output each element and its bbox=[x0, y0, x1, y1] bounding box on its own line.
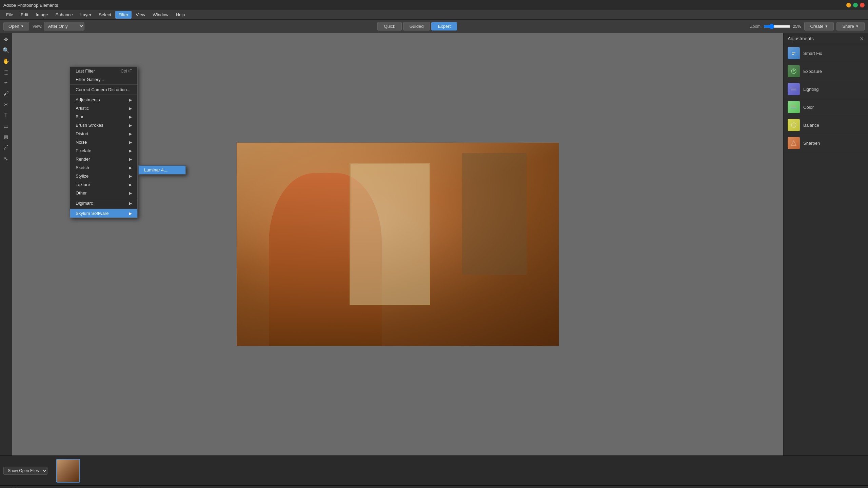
share-button[interactable]: Share ▼ bbox=[836, 22, 865, 30]
adjustment-sharpen[interactable]: Sharpen bbox=[784, 134, 868, 152]
zoom-tool[interactable]: 🔍 bbox=[1, 45, 11, 55]
menu-help[interactable]: Help bbox=[173, 11, 189, 19]
clone-tool[interactable]: ✂ bbox=[1, 100, 11, 109]
filter-noise[interactable]: Noise ▶ bbox=[70, 138, 137, 146]
color-label: Color bbox=[803, 105, 814, 110]
adjustments-title: Adjustments bbox=[788, 36, 814, 41]
filter-stylize-label: Stylize bbox=[76, 174, 88, 179]
view-select[interactable]: After Only Before Only Before & After bbox=[44, 22, 84, 30]
text-tool[interactable]: T bbox=[1, 110, 11, 120]
close-panel-button[interactable]: ✕ bbox=[860, 36, 864, 41]
last-filter-label: Last Filter bbox=[76, 68, 95, 74]
menu-file[interactable]: File bbox=[3, 11, 17, 19]
crop-tool[interactable]: ⊠ bbox=[1, 132, 11, 142]
filter-stylize[interactable]: Stylize ▶ bbox=[70, 172, 137, 180]
close-button[interactable] bbox=[860, 3, 865, 7]
pixelate-arrow-icon: ▶ bbox=[129, 148, 132, 153]
open-button[interactable]: Open ▼ bbox=[3, 22, 29, 30]
create-button[interactable]: Create ▼ bbox=[804, 22, 834, 30]
filter-skylum-software[interactable]: Skylum Software ▶ bbox=[70, 209, 137, 218]
filter-digimarc[interactable]: Digimarc ▶ bbox=[70, 199, 137, 207]
menu-view[interactable]: View bbox=[132, 11, 149, 19]
filter-texture-label: Texture bbox=[76, 182, 90, 187]
menu-layer[interactable]: Layer bbox=[77, 11, 95, 19]
adjustments-arrow-icon: ▶ bbox=[129, 98, 132, 102]
move-tool[interactable]: ✥ bbox=[1, 35, 11, 44]
filter-last-filter[interactable]: Last Filter Ctrl+F bbox=[70, 67, 137, 75]
filter-render-label: Render bbox=[76, 157, 90, 162]
filter-sketch-label: Sketch bbox=[76, 165, 89, 170]
menu-image[interactable]: Image bbox=[32, 11, 51, 19]
distort-arrow-icon: ▶ bbox=[129, 131, 132, 136]
filter-artistic[interactable]: Artistic ▶ bbox=[70, 104, 137, 113]
filter-texture[interactable]: Texture ▶ bbox=[70, 180, 137, 189]
adjustment-color[interactable]: Color bbox=[784, 98, 868, 116]
svg-rect-1 bbox=[792, 53, 795, 53]
other-arrow-icon: ▶ bbox=[129, 191, 132, 196]
share-chevron-icon: ▼ bbox=[855, 24, 859, 28]
canvas-image bbox=[237, 143, 559, 346]
eyedropper-tool[interactable]: 🖊 bbox=[1, 143, 11, 152]
minimize-button[interactable] bbox=[846, 3, 851, 7]
bottom-toolbar: 🖼 Photo Bin ⚙ Tool Options ↩ Undo ↪ Redo… bbox=[0, 485, 868, 488]
filter-blur-label: Blur bbox=[76, 114, 83, 119]
menu-window[interactable]: Window bbox=[149, 11, 172, 19]
filter-adjustments[interactable]: Adjustments ▶ bbox=[70, 96, 137, 104]
exposure-label: Exposure bbox=[803, 69, 822, 74]
selection-tool[interactable]: ⬚ bbox=[1, 67, 11, 77]
create-label: Create bbox=[810, 24, 823, 29]
maximize-button[interactable] bbox=[853, 3, 858, 7]
filter-distort[interactable]: Distort ▶ bbox=[70, 129, 137, 138]
filmstrip-dropdown[interactable]: Show Open Files bbox=[3, 467, 47, 475]
submenu-luminar4[interactable]: Luminar 4... bbox=[139, 166, 185, 174]
hand-tool[interactable]: ✋ bbox=[1, 56, 11, 66]
zoom-slider[interactable] bbox=[764, 24, 791, 29]
open-label: Open bbox=[8, 24, 19, 29]
mode-tabs: Quick Guided Expert bbox=[377, 22, 457, 30]
menu-select[interactable]: Select bbox=[95, 11, 114, 19]
menu-edit[interactable]: Edit bbox=[17, 11, 32, 19]
titlebar-title: Adobe Photoshop Elements bbox=[3, 3, 58, 8]
tab-quick[interactable]: Quick bbox=[377, 22, 401, 30]
svg-rect-2 bbox=[792, 54, 794, 55]
menubar: File Edit Image Enhance Layer Select Fil… bbox=[0, 10, 868, 20]
view-text-label: View: bbox=[33, 24, 42, 29]
filter-sketch[interactable]: Sketch ▶ bbox=[70, 163, 137, 172]
adjustment-smart-fix[interactable]: Smart Fix bbox=[784, 44, 868, 62]
share-label: Share bbox=[842, 24, 854, 29]
sharpen-label: Sharpen bbox=[803, 141, 820, 146]
svg-marker-12 bbox=[791, 141, 796, 145]
adjustment-exposure[interactable]: Exposure bbox=[784, 62, 868, 80]
tab-expert[interactable]: Expert bbox=[431, 22, 457, 30]
transform-tool[interactable]: ⤡ bbox=[1, 154, 11, 163]
sketch-arrow-icon: ▶ bbox=[129, 165, 132, 170]
zoom-area: Zoom: 25% bbox=[750, 24, 801, 29]
filter-correct-camera[interactable]: Correct Camera Distortion... bbox=[70, 84, 137, 94]
filter-blur[interactable]: Blur ▶ bbox=[70, 113, 137, 121]
shape-tool[interactable]: ▭ bbox=[1, 121, 11, 131]
filter-other[interactable]: Other ▶ bbox=[70, 189, 137, 197]
filmstrip-thumb-1[interactable] bbox=[56, 459, 80, 483]
balance-icon bbox=[788, 119, 800, 131]
tab-guided[interactable]: Guided bbox=[403, 22, 430, 30]
filter-artistic-label: Artistic bbox=[76, 106, 89, 111]
texture-arrow-icon: ▶ bbox=[129, 182, 132, 187]
menu-filter[interactable]: Filter bbox=[115, 11, 132, 19]
adjustment-lighting[interactable]: Lighting bbox=[784, 80, 868, 98]
stylize-arrow-icon: ▶ bbox=[129, 174, 132, 179]
brush-tool[interactable]: 🖌 bbox=[1, 89, 11, 98]
lasso-tool[interactable]: ⌖ bbox=[1, 78, 11, 87]
filter-pixelate[interactable]: Pixelate ▶ bbox=[70, 146, 137, 155]
filter-render[interactable]: Render ▶ bbox=[70, 155, 137, 163]
filter-digimarc-label: Digimarc bbox=[76, 201, 93, 206]
menu-enhance[interactable]: Enhance bbox=[52, 11, 76, 19]
color-icon bbox=[788, 101, 800, 113]
filter-brush-strokes[interactable]: Brush Strokes ▶ bbox=[70, 121, 137, 129]
luminar4-label: Luminar 4... bbox=[144, 167, 167, 172]
zoom-value: 25% bbox=[793, 24, 801, 29]
filter-distort-label: Distort bbox=[76, 131, 88, 136]
toolbar: Open ▼ View: After Only Before Only Befo… bbox=[0, 20, 868, 33]
filmstrip-left: Show Open Files bbox=[3, 467, 51, 475]
filter-gallery[interactable]: Filter Gallery... bbox=[70, 75, 137, 84]
adjustment-balance[interactable]: Balance bbox=[784, 116, 868, 134]
